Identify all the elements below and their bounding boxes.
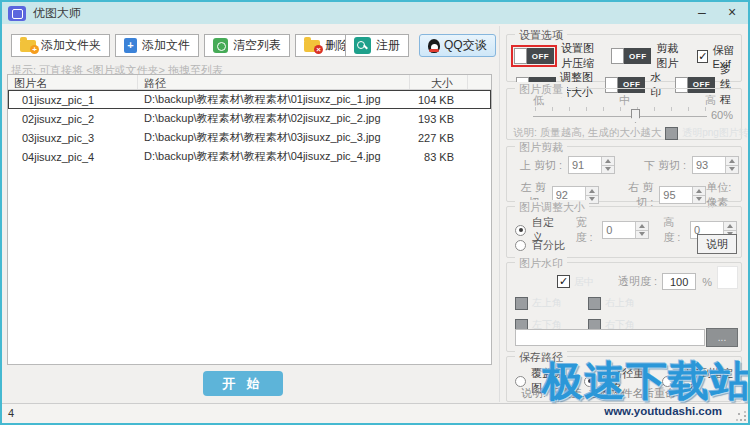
cell-path: D:\backup\教程素材\教程素材\03jisuxz_pic_3.jpg <box>138 130 410 145</box>
png-convert-checkbox[interactable] <box>665 127 678 140</box>
cell-name: 04jisuxz_pic_4 <box>8 151 138 163</box>
cell-size: 83 KB <box>410 151 468 163</box>
cell-size: 193 KB <box>410 113 468 125</box>
spin-down-icon[interactable] <box>602 166 614 174</box>
quality-slider-track[interactable] <box>533 116 707 117</box>
resize-group: 图片调整大小 自定义 宽度 : 高度 : 百分比 说明 <box>506 206 742 258</box>
status-bar: 4 <box>2 403 748 423</box>
add-folder-label: 添加文件夹 <box>41 37 101 54</box>
resize-help-button[interactable]: 说明 <box>697 234 737 254</box>
file-plus-icon: + <box>124 38 137 53</box>
custom-radio[interactable] <box>515 225 526 236</box>
add-file-label: 添加文件 <box>142 37 190 54</box>
resize-grip-icon[interactable] <box>736 411 746 421</box>
qq-chat-label: QQ交谈 <box>444 37 487 54</box>
crop-group: 图片剪裁 上 剪切 : 下 剪切 : 左 剪切 : 右 <box>506 146 742 202</box>
app-icon <box>8 6 26 21</box>
save-path-group: 保存路径 覆盖原图片 原路径重命名 保存到指定路径 说明: 不覆盖, 在原文件名… <box>506 356 742 402</box>
spin-down-icon[interactable] <box>726 166 738 174</box>
window-title: 优图大师 <box>33 5 81 22</box>
settings-panel: 设置选项 OFF 设置图片压缩 OFF 剪裁图片 ✓ 保留Exif <box>499 26 748 402</box>
save-path-group-title: 保存路径 <box>515 350 567 365</box>
spin-up-icon[interactable] <box>726 157 738 166</box>
spin-up-icon[interactable] <box>602 157 614 166</box>
save-to-label: 保存到指定路径 <box>678 366 739 396</box>
crop-bottom-label: 下 剪切 : <box>637 158 686 173</box>
wm-topleft-checkbox[interactable] <box>515 297 528 310</box>
header-path[interactable]: 路径 <box>138 75 410 89</box>
cell-name: 01jisuxz_pic_1 <box>8 94 138 106</box>
opacity-percent-sign: % <box>702 276 712 288</box>
quality-group: 图片质量 低 中 高 60% 说明: 质量越高, 生成的大小越大 透明png图片… <box>506 88 742 140</box>
close-button[interactable]: × <box>718 2 746 23</box>
clear-icon <box>213 38 228 53</box>
watermark-group: 图片水印 ✓ 居中 透明度 : % 左上角 右上角 左下角 右下角 <box>506 262 742 352</box>
watermark-browse-button[interactable]: ... <box>706 328 738 347</box>
header-size[interactable]: 大小 <box>410 75 468 89</box>
opacity-input[interactable] <box>662 273 696 290</box>
wm-topleft-label: 左上角 <box>532 296 562 310</box>
width-input[interactable] <box>603 222 635 238</box>
watermark-group-title: 图片水印 <box>515 256 567 271</box>
add-folder-button[interactable]: + 添加文件夹 <box>11 34 110 57</box>
folder-plus-icon: + <box>20 40 36 52</box>
slider-ticks <box>535 107 707 111</box>
file-count: 4 <box>8 407 14 419</box>
start-button[interactable]: 开 始 <box>203 371 283 396</box>
crop-right-input[interactable] <box>660 187 692 203</box>
crop-bottom-spinner[interactable] <box>692 156 739 174</box>
spin-up-icon[interactable] <box>724 222 736 231</box>
table-header: 图片名 路径 大小 <box>8 75 491 90</box>
quality-note: 说明: 质量越高, 生成的大小越大 <box>513 126 661 140</box>
crop-top-spinner[interactable] <box>568 156 615 174</box>
png-convert-label: 透明png图片转为jpg格式 <box>682 126 750 140</box>
table-row[interactable]: 04jisuxz_pic_4 D:\backup\教程素材\教程素材\04jis… <box>8 147 491 166</box>
spin-down-icon[interactable] <box>693 196 705 204</box>
wm-center-checkbox[interactable]: ✓ <box>557 275 570 288</box>
cell-name: 03jisuxz_pic_3 <box>8 132 138 144</box>
clear-list-button[interactable]: 清空列表 <box>204 34 290 57</box>
watermark-preview-box <box>717 266 738 289</box>
save-to-radio[interactable] <box>662 376 673 387</box>
percent-radio[interactable] <box>515 240 526 251</box>
quality-mid-label: 中 <box>619 93 630 108</box>
cell-size: 104 KB <box>410 94 468 106</box>
add-file-button[interactable]: + 添加文件 <box>115 34 199 57</box>
crop-right-spinner[interactable] <box>659 186 706 204</box>
wm-center-label: 居中 <box>574 275 594 289</box>
left-panel: + 添加文件夹 + 添加文件 清空列表 × 删除选中 注册 QQ交谈 提示 <box>6 26 498 402</box>
spin-up-icon[interactable] <box>636 222 648 231</box>
register-button[interactable]: 注册 <box>345 34 409 57</box>
minimize-button[interactable]: – <box>688 2 716 23</box>
crop-group-title: 图片剪裁 <box>515 140 567 155</box>
qq-penguin-icon <box>428 39 440 53</box>
quality-high-label: 高 <box>705 93 716 108</box>
spin-up-icon[interactable] <box>586 187 598 196</box>
wm-topright-checkbox[interactable] <box>588 297 601 310</box>
crop-bottom-input[interactable] <box>693 157 725 173</box>
table-row[interactable]: 03jisuxz_pic_3 D:\backup\教程素材\教程素材\03jis… <box>8 128 491 147</box>
exif-checkbox[interactable]: ✓ <box>697 50 708 63</box>
file-table[interactable]: 图片名 路径 大小 01jisuxz_pic_1 D:\backup\教程素材\… <box>7 74 492 365</box>
header-filler <box>468 75 491 89</box>
clear-list-label: 清空列表 <box>233 37 281 54</box>
overwrite-radio[interactable] <box>515 376 526 387</box>
width-spinner[interactable] <box>602 221 649 239</box>
table-row[interactable]: 01jisuxz_pic_1 D:\backup\教程素材\教程素材\01jis… <box>8 90 491 109</box>
quality-low-label: 低 <box>533 93 544 108</box>
cell-size: 227 KB <box>410 132 468 144</box>
folder-delete-icon: × <box>304 40 320 52</box>
wm-topright-label: 右上角 <box>605 296 635 310</box>
quality-slider-thumb[interactable] <box>631 109 640 123</box>
qq-chat-button[interactable]: QQ交谈 <box>419 34 496 57</box>
crop-top-label: 上 剪切 : <box>513 158 562 173</box>
crop-top-input[interactable] <box>569 157 601 173</box>
watermark-path-input[interactable] <box>515 329 705 346</box>
register-label: 注册 <box>376 37 400 54</box>
spin-up-icon[interactable] <box>693 187 705 196</box>
table-row[interactable]: 02jisuxz_pic_2 D:\backup\教程素材\教程素材\02jis… <box>8 109 491 128</box>
rename-radio[interactable] <box>584 376 595 387</box>
cell-name: 02jisuxz_pic_2 <box>8 113 138 125</box>
spin-down-icon[interactable] <box>636 231 648 239</box>
header-name[interactable]: 图片名 <box>8 75 138 89</box>
